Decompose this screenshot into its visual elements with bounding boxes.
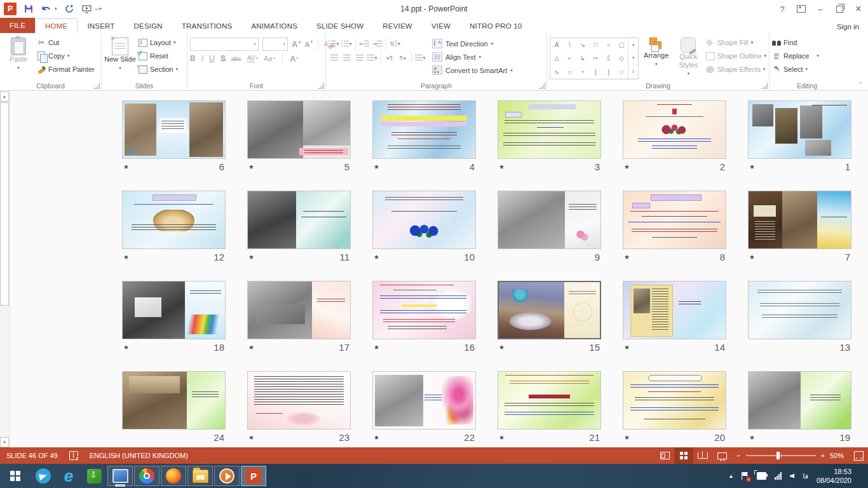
scroll-down-icon[interactable]: ▼ <box>0 437 9 447</box>
slide-show-button[interactable] <box>712 447 731 464</box>
slide-thumbnail-24[interactable]: 24 <box>122 371 226 443</box>
animation-star-icon[interactable]: ★ <box>624 344 630 351</box>
font-size-combo[interactable]: ▾ <box>262 37 288 51</box>
grow-font-button[interactable]: A▴ <box>292 39 301 49</box>
reading-view-button[interactable] <box>693 447 712 464</box>
zoom-in-icon[interactable]: + <box>821 452 825 459</box>
copy-button[interactable]: Copy▾ <box>37 50 95 62</box>
animation-star-icon[interactable]: ★ <box>624 434 630 442</box>
font-dialog-launcher[interactable] <box>318 83 324 89</box>
tab-insert[interactable]: INSERT <box>78 18 124 33</box>
slide-thumbnail-14[interactable]: ★14 <box>623 281 726 353</box>
taskbar-internet-explorer[interactable]: e <box>56 464 81 488</box>
sign-in-link[interactable]: Sign in <box>837 23 859 30</box>
shape-glyph-12[interactable]: ∿ <box>550 65 563 79</box>
animation-star-icon[interactable]: ★ <box>123 163 129 171</box>
taskbar-firefox[interactable] <box>161 466 186 486</box>
slide-thumbnail-23[interactable]: ★23 <box>247 371 351 443</box>
justify-button[interactable]: ▾ <box>367 53 377 63</box>
taskbar-media-player[interactable] <box>214 466 240 486</box>
taskbar-chrome[interactable] <box>134 466 159 486</box>
reset-button[interactable]: Reset <box>139 50 178 62</box>
customize-qat-icon[interactable]: ▭▾ <box>95 6 102 11</box>
slide-thumbnail-3[interactable]: ★3 <box>498 100 601 172</box>
animation-star-icon[interactable]: ★ <box>123 344 129 351</box>
slide-thumbnail-6[interactable]: ★6 <box>122 100 226 172</box>
minimize-icon[interactable]: – <box>811 1 830 17</box>
shape-glyph-2[interactable]: ↘ <box>576 38 589 51</box>
slide-thumbnail-10[interactable]: ★10 <box>372 191 476 262</box>
volume-icon[interactable] <box>790 473 794 478</box>
animation-star-icon[interactable]: ★ <box>123 254 129 261</box>
normal-view-button[interactable] <box>655 447 674 464</box>
animation-star-icon[interactable]: ★ <box>499 344 505 351</box>
battery-icon[interactable] <box>757 472 766 480</box>
underline-button[interactable]: U <box>209 54 215 63</box>
slide-thumbnail-16[interactable]: ★16 <box>372 281 476 353</box>
animation-star-icon[interactable]: ★ <box>248 163 254 171</box>
save-icon[interactable] <box>23 3 34 15</box>
help-icon[interactable]: ? <box>773 1 792 17</box>
taskbar-powerpoint[interactable]: P <box>241 466 266 486</box>
shape-glyph-17[interactable]: ☆ <box>615 65 628 79</box>
italic-button[interactable]: I <box>201 54 203 63</box>
tab-design[interactable]: DESIGN <box>125 18 172 33</box>
slide-thumbnail-4[interactable]: ★4 <box>372 100 476 172</box>
shape-glyph-6[interactable]: △ <box>550 51 563 65</box>
shape-glyph-5[interactable]: ▢ <box>615 38 628 51</box>
slide-thumbnail-19[interactable]: ★19 <box>748 371 851 443</box>
animation-star-icon[interactable]: ★ <box>624 254 630 261</box>
shape-glyph-16[interactable]: } <box>602 65 615 79</box>
taskbar-file-explorer[interactable] <box>187 466 213 486</box>
align-left-button[interactable] <box>329 53 339 63</box>
spell-check-icon[interactable] <box>69 451 78 460</box>
slide-thumbnail-17[interactable]: ★17 <box>247 281 351 353</box>
animation-star-icon[interactable]: ★ <box>248 344 254 351</box>
bullets-button[interactable]: ▾ <box>329 39 339 49</box>
hidden-icons-chevron[interactable]: ▲ <box>728 473 733 479</box>
taskbar-remote-desktop[interactable] <box>107 466 133 486</box>
slide-thumbnail-9[interactable]: 9 <box>498 191 601 262</box>
change-case-button[interactable]: Aa▾ <box>264 55 275 62</box>
shape-glyph-13[interactable]: ∩ <box>563 65 576 79</box>
undo-dropdown-icon[interactable]: ▾ <box>55 6 57 11</box>
tab-view[interactable]: VIEW <box>422 18 460 33</box>
section-button[interactable]: Section▾ <box>139 63 178 76</box>
vertical-scrollbar[interactable]: ▲ ▼ <box>0 92 10 447</box>
shapes-gallery-scroll[interactable]: ▲▼⊽ <box>628 38 638 79</box>
arrange-button[interactable]: Arrange▾ <box>641 35 671 80</box>
shape-glyph-10[interactable]: ⇩ <box>602 51 615 65</box>
tab-animations[interactable]: ANIMATIONS <box>241 18 307 33</box>
shape-glyph-1[interactable]: \ <box>563 38 576 51</box>
font-name-combo[interactable]: ▾ <box>190 37 259 51</box>
shapes-gallery[interactable]: A\↘□○▢△⌐↳⇨⇩◇∿∩~{}☆ ▲▼⊽ <box>550 37 639 79</box>
tab-transitions[interactable]: TRANSITIONS <box>172 18 242 33</box>
zoom-slider[interactable] <box>746 455 816 456</box>
tab-file[interactable]: FILE <box>0 18 35 33</box>
slide-thumbnail-21[interactable]: ★21 <box>498 371 601 443</box>
zoom-level[interactable]: 50% <box>830 452 849 459</box>
input-language-indicator[interactable]: فا <box>803 472 808 480</box>
slide-thumbnail-7[interactable]: ★7 <box>748 191 851 262</box>
undo-icon[interactable] <box>41 3 52 15</box>
drawing-dialog-launcher[interactable] <box>761 83 768 89</box>
slide-thumbnail-18[interactable]: ★18 <box>122 281 226 353</box>
clipboard-dialog-launcher[interactable] <box>93 83 100 89</box>
tab-nitro-pro[interactable]: NITRO PRO 10 <box>460 18 531 33</box>
taskbar-clock[interactable]: 18:53 08/04/2020 <box>817 467 851 485</box>
shape-glyph-3[interactable]: □ <box>589 38 602 51</box>
tab-home[interactable]: HOME <box>35 18 78 34</box>
slide-thumbnail-15[interactable]: ★15 <box>498 281 601 353</box>
shape-glyph-9[interactable]: ⇨ <box>589 51 602 65</box>
numbering-button[interactable]: ▾ <box>341 39 352 49</box>
start-from-beginning-icon[interactable] <box>81 3 93 15</box>
animation-star-icon[interactable]: ★ <box>749 254 755 261</box>
animation-star-icon[interactable]: ★ <box>749 434 755 442</box>
close-icon[interactable]: × <box>849 1 868 17</box>
animation-star-icon[interactable]: ★ <box>749 163 755 171</box>
shape-glyph-11[interactable]: ◇ <box>615 51 628 65</box>
tab-review[interactable]: REVIEW <box>373 18 422 33</box>
character-spacing-button[interactable]: AV▾ <box>247 55 258 62</box>
network-signal-icon[interactable] <box>775 472 782 480</box>
animation-star-icon[interactable]: ★ <box>624 163 630 171</box>
